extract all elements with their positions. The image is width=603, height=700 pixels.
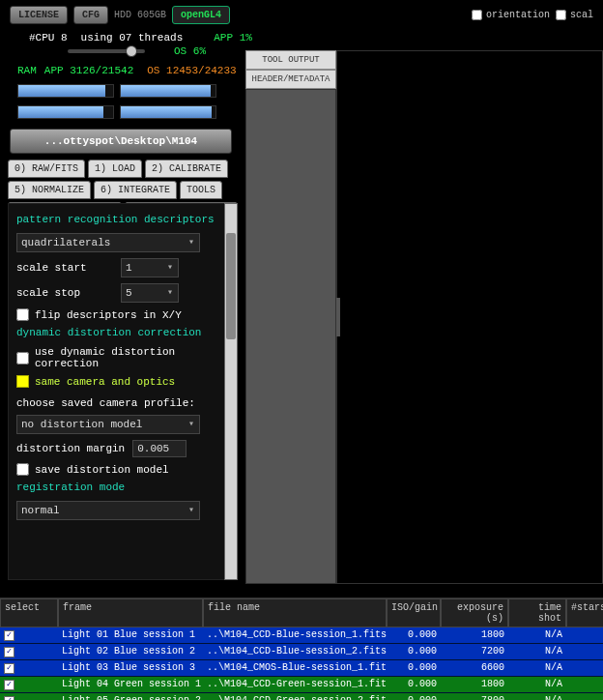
save-distortion-checkbox[interactable]	[16, 463, 29, 476]
row-iso: 0.000	[387, 660, 441, 677]
th-select[interactable]: select	[0, 598, 58, 627]
tab-load[interactable]: 1) LOAD	[88, 160, 142, 178]
scale-start-select[interactable]: 1	[121, 258, 179, 277]
save-distortion-label: save distortion model	[35, 464, 169, 476]
row-file: ..\M104_CMOS-Blue-session_1.fits	[203, 660, 387, 677]
row-exposure: 7200	[441, 644, 508, 660]
table-row[interactable]: ✓Light 04 Green session 1..\M104_CCD-Gre…	[0, 677, 603, 693]
license-button[interactable]: LICENSE	[10, 6, 68, 24]
table-row[interactable]: ✓Light 02 Blue session 2..\M104_CCD-Blue…	[0, 644, 603, 660]
tab-integrate[interactable]: 6) INTEGRATE	[94, 181, 177, 199]
ram-os: OS 12453/24233	[147, 65, 236, 76]
row-exposure: 1800	[441, 627, 508, 644]
row-frame: Light 03 Blue session 3	[58, 660, 203, 677]
row-iso: 0.000	[387, 693, 441, 700]
row-file: ..\M104_CCD-Green-session_2.fits	[203, 693, 387, 700]
tab-normalize[interactable]: 5) NORMALIZE	[8, 181, 91, 199]
row-frame: Light 04 Green session 1	[58, 677, 203, 693]
scale-start-label: scale start	[16, 262, 113, 274]
row-select-cell[interactable]: ✓	[0, 693, 58, 700]
row-time: N/A	[508, 660, 566, 677]
side-panel-filler	[245, 89, 336, 584]
registration-mode-select[interactable]: normal	[16, 501, 200, 520]
header-metadata-tab[interactable]: HEADER/METADATA	[245, 70, 336, 89]
row-select-cell[interactable]: ✓	[0, 644, 58, 660]
th-file[interactable]: file name	[203, 598, 387, 627]
orientation-input[interactable]	[472, 10, 482, 20]
scale-stop-label: scale stop	[16, 287, 113, 299]
cfg-button[interactable]: CFG	[73, 6, 108, 24]
row-time: N/A	[508, 627, 566, 644]
flip-descriptors-checkbox[interactable]	[16, 308, 29, 321]
panel-scrollbar[interactable]	[224, 203, 238, 580]
row-select-cell[interactable]: ✓	[0, 677, 58, 693]
frames-table: select frame file name ISO/gain exposure…	[0, 598, 603, 700]
threads-label: using 07 threads	[81, 32, 184, 44]
row-exposure: 7800	[441, 693, 508, 700]
table-row[interactable]: ✓Light 05 Green session 2..\M104_CCD-Gre…	[0, 693, 603, 700]
cpu-count: #CPU 8	[29, 32, 68, 44]
th-stars[interactable]: #stars	[566, 598, 603, 627]
row-select-cell[interactable]: ✓	[0, 660, 58, 677]
row-stars	[566, 627, 603, 644]
th-exposure[interactable]: exposure (s)	[441, 598, 508, 627]
use-dynamic-distortion-label: use dynamic distortion correction	[35, 346, 217, 369]
orientation-checkbox[interactable]: orientation	[472, 10, 550, 20]
th-iso[interactable]: ISO/gain	[387, 598, 441, 627]
row-exposure: 6600	[441, 660, 508, 677]
row-stars	[566, 644, 603, 660]
tab-calibrate[interactable]: 2) CALIBRATE	[145, 160, 228, 178]
row-time: N/A	[508, 693, 566, 700]
hdd-label: HDD 605GB	[114, 10, 166, 20]
use-dynamic-distortion-checkbox[interactable]	[16, 352, 29, 365]
scale-stop-select[interactable]: 5	[121, 283, 179, 303]
threads-slider-thumb[interactable]	[126, 45, 137, 57]
opengl-button[interactable]: openGL4	[172, 6, 230, 24]
preview-area[interactable]	[336, 50, 603, 584]
row-time: N/A	[508, 644, 566, 660]
row-frame: Light 02 Blue session 2	[58, 644, 203, 660]
row-iso: 0.000	[387, 627, 441, 644]
orientation-label: orientation	[486, 10, 550, 20]
row-iso: 0.000	[387, 644, 441, 660]
table-row[interactable]: ✓Light 03 Blue session 3..\M104_CMOS-Blu…	[0, 660, 603, 677]
camera-profile-select[interactable]: no distortion model	[16, 415, 200, 434]
scale-input[interactable]	[556, 10, 566, 20]
usage-bar-4	[120, 105, 216, 119]
scale-label: scal	[570, 10, 593, 20]
th-time[interactable]: time shot	[508, 598, 566, 627]
path-bar[interactable]: ...ottyspot\Desktop\M104	[10, 129, 232, 154]
panel-scrollbar-thumb[interactable]	[226, 233, 236, 339]
row-file: ..\M104_CCD-Blue-session_1.fits	[203, 627, 387, 644]
preview-splitter-handle[interactable]	[336, 298, 340, 336]
row-stars	[566, 677, 603, 693]
flip-descriptors-label: flip descriptors in X/Y	[35, 309, 182, 321]
tab-raw-fits[interactable]: 0) RAW/FITS	[8, 160, 85, 178]
app-cpu: APP 1%	[214, 32, 252, 44]
row-stars	[566, 693, 603, 700]
os-cpu: OS 6%	[174, 45, 206, 57]
table-row[interactable]: ✓Light 01 Blue session 1..\M104_CCD-Blue…	[0, 627, 603, 644]
choose-profile-label: choose saved camera profile:	[16, 397, 217, 409]
distortion-margin-input[interactable]	[132, 440, 187, 457]
usage-bar-3	[17, 105, 114, 119]
row-frame: Light 01 Blue session 1	[58, 627, 203, 644]
register-panel: pattern recognition descriptors quadrila…	[8, 203, 226, 580]
distortion-margin-label: distortion margin	[16, 443, 125, 454]
tool-output-tab[interactable]: TOOL OUTPUT	[245, 50, 336, 70]
threads-slider[interactable]	[68, 49, 145, 53]
row-file: ..\M104_CCD-Green-session_1.fits	[203, 677, 387, 693]
same-camera-checkbox[interactable]	[16, 375, 29, 388]
section-registration-mode: registration mode	[16, 481, 217, 493]
section-pattern-recognition: pattern recognition descriptors	[16, 214, 217, 225]
same-camera-label: same camera and optics	[35, 376, 175, 388]
tab-tools[interactable]: TOOLS	[180, 181, 222, 199]
row-file: ..\M104_CCD-Blue-session_2.fits	[203, 644, 387, 660]
descriptor-shape-select[interactable]: quadrilaterals	[16, 233, 200, 252]
usage-bar-2	[120, 84, 216, 98]
usage-bar-1	[17, 84, 114, 98]
scale-checkbox[interactable]: scal	[556, 10, 593, 20]
row-select-cell[interactable]: ✓	[0, 627, 58, 644]
th-frame[interactable]: frame	[58, 598, 203, 627]
row-iso: 0.000	[387, 677, 441, 693]
